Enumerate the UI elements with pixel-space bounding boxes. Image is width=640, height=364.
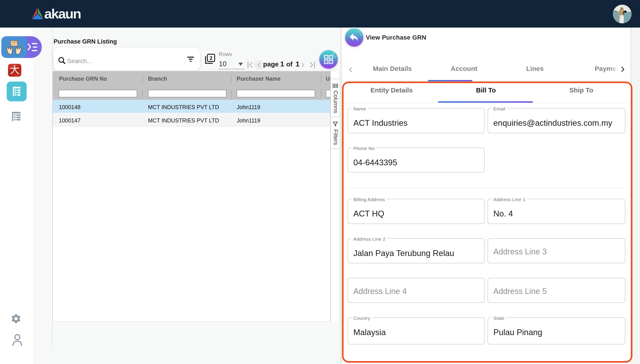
svg-text:2: 2 [210,55,212,61]
